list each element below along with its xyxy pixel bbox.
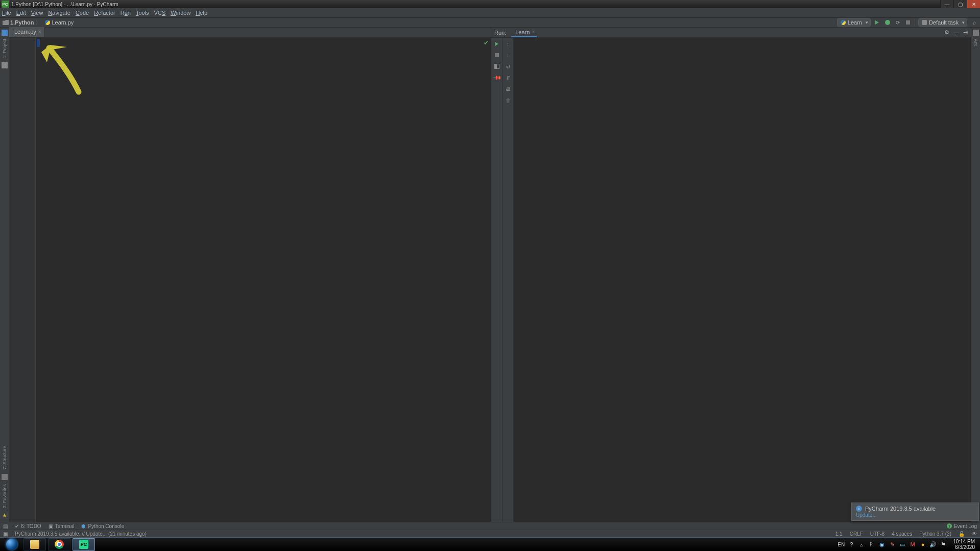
tray-action-center-icon[interactable]: ⚐ [868, 541, 875, 548]
favorites-star-icon[interactable]: ★ [2, 512, 7, 519]
menu-tools[interactable]: Tools [136, 10, 149, 16]
menu-window[interactable]: Window [171, 10, 190, 16]
menu-help[interactable]: Help [196, 10, 207, 16]
menu-bar: File Edit View Navigate Code Refactor Ru… [0, 8, 980, 17]
run-tab-learn[interactable]: Learn × [511, 28, 537, 37]
favorites-tool-label[interactable]: 2: Favorites [2, 484, 7, 508]
tray-volume-icon[interactable]: 🔊 [929, 541, 937, 548]
debug-button[interactable] [884, 19, 891, 26]
run-with-coverage-button[interactable]: ⟳ [894, 19, 901, 26]
search-everywhere-button[interactable]: ⌕ [970, 19, 977, 26]
file-encoding[interactable]: UTF-8 [870, 531, 885, 537]
layout-button[interactable] [493, 63, 500, 70]
tray-app4-icon[interactable]: ● [919, 541, 926, 548]
editor-body[interactable]: ✔ [9, 38, 491, 522]
tray-app2-icon[interactable]: ✎ [889, 541, 896, 548]
down-stack-button[interactable]: ↓ [505, 52, 512, 59]
taskbar-clock[interactable]: 10:14 PM 6/3/2020 [953, 539, 975, 550]
explorer-icon [30, 540, 39, 549]
bottom-toggle-icon[interactable]: ▤ [3, 523, 8, 529]
event-log-button[interactable]: Event Log [954, 523, 977, 529]
run-minimize-icon[interactable]: — [953, 29, 959, 36]
minimize-button[interactable]: — [940, 0, 953, 8]
terminal-button[interactable]: ▣Terminal [49, 523, 75, 529]
run-config-select[interactable]: Learn [837, 18, 871, 27]
annotation-arrow [39, 42, 90, 100]
todo-button[interactable]: ✔6: TODO [15, 523, 41, 529]
project-tool-icon[interactable] [2, 30, 8, 36]
python-interpreter[interactable]: Python 3.7 (2) [919, 531, 951, 537]
menu-refactor[interactable]: Refactor [94, 10, 115, 16]
clear-all-button[interactable]: 🗑 [505, 97, 512, 104]
stop-button[interactable] [904, 19, 912, 26]
python-console-button[interactable]: ⬢Python Console [81, 523, 124, 529]
up-stack-button[interactable]: ↑ [505, 40, 512, 47]
run-hide-icon[interactable]: ⇥ [963, 29, 968, 36]
stop-run-button[interactable] [493, 52, 500, 59]
breadcrumb-file-label: Learn.py [52, 19, 74, 26]
window-titlebar: PC 1.Python [D:\1.Python] - ...\Learn.py… [0, 0, 980, 8]
taskbar-explorer[interactable] [23, 538, 46, 551]
close-run-tab-icon[interactable]: × [532, 29, 535, 35]
code-area[interactable] [36, 38, 486, 522]
indent-setting[interactable]: 4 spaces [892, 531, 912, 537]
left-tool-strip: 1: Project 7: Structure 2: Favorites ★ [0, 28, 9, 522]
window-title: 1.Python [D:\1.Python] - ...\Learn.py - … [10, 2, 940, 7]
chrome-icon [55, 540, 64, 549]
info-icon: i [856, 506, 862, 512]
update-notification[interactable]: i PyCharm 2019.3.5 available Update... [851, 502, 979, 521]
maximize-button[interactable]: ▢ [953, 0, 967, 8]
menu-vcs[interactable]: VCS [154, 10, 166, 16]
run-actions-col1: 📌 [491, 38, 503, 522]
ant-tool-icon[interactable] [973, 30, 979, 36]
folder-tool-icon[interactable] [2, 62, 8, 68]
notification-update-link[interactable]: Update... [856, 512, 877, 518]
menu-navigate[interactable]: Navigate [48, 10, 70, 16]
scroll-to-end-button[interactable]: ⇵ [505, 74, 512, 81]
run-tab-label: Learn [515, 29, 530, 35]
system-tray: EN ? ▵ ⚐ ◉ ✎ ▭ M ● 🔊 ⚑ 10:14 PM 6/3/2020 [838, 539, 978, 550]
close-button[interactable]: ✕ [967, 0, 980, 8]
inspection-eye-icon[interactable]: 👁 [972, 531, 977, 537]
tray-gmail-icon[interactable]: M [909, 541, 916, 548]
line-separator[interactable]: CRLF [850, 531, 863, 537]
ant-tool-label[interactable]: Ant [973, 39, 978, 46]
taskbar-pycharm[interactable]: PC [73, 538, 95, 551]
run-body: 📌 ↑ ↓ ⇄ ⇵ 🖶 🗑 [491, 38, 971, 522]
notification-title: PyCharm 2019.3.5 available [865, 506, 936, 512]
taskbar-chrome[interactable] [48, 538, 70, 551]
tray-app1-icon[interactable]: ◉ [878, 541, 886, 548]
lock-icon[interactable]: 🔓 [959, 531, 965, 537]
bottom-tool-bar: ▤ ✔6: TODO ▣Terminal ⬢Python Console 1 E… [0, 522, 980, 530]
project-tool-label[interactable]: 1: Project [2, 39, 7, 58]
editor-tab-learn[interactable]: Learn.py × [9, 27, 45, 37]
structure-tool-label[interactable]: 7: Structure [2, 446, 7, 470]
run-output[interactable] [514, 38, 971, 522]
menu-edit[interactable]: Edit [16, 10, 26, 16]
status-tool-window-icon[interactable]: ▣ [3, 531, 8, 537]
language-indicator[interactable]: EN [838, 542, 845, 547]
tray-app3-icon[interactable]: ▭ [899, 541, 906, 548]
breadcrumb-file[interactable]: Learn.py [45, 19, 74, 26]
pin-tab-button[interactable]: 📌 [493, 74, 500, 81]
task-select[interactable]: Default task [918, 18, 967, 27]
print-button[interactable]: 🖶 [505, 85, 512, 92]
close-tab-icon[interactable]: × [38, 29, 41, 35]
breadcrumb-project[interactable]: 1.Python 〉 [3, 19, 41, 27]
run-button[interactable] [874, 19, 881, 26]
main-body: 1: Project 7: Structure 2: Favorites ★ L… [0, 28, 980, 522]
menu-code[interactable]: Code [76, 10, 89, 16]
run-settings-icon[interactable]: ⚙ [944, 29, 949, 36]
start-button[interactable] [2, 538, 21, 551]
soft-wrap-button[interactable]: ⇄ [505, 63, 512, 70]
menu-run[interactable]: Run [121, 10, 131, 16]
rerun-button[interactable] [493, 40, 500, 47]
caret-position[interactable]: 1:1 [835, 531, 843, 537]
tray-network-icon[interactable]: ⚑ [940, 541, 947, 548]
menu-view[interactable]: View [31, 10, 43, 16]
python-file-icon [45, 20, 50, 25]
menu-file[interactable]: File [2, 10, 11, 16]
structure-tool-icon[interactable] [2, 474, 8, 480]
tray-up-icon[interactable]: ▵ [858, 541, 865, 548]
tray-help-icon[interactable]: ? [848, 541, 855, 548]
